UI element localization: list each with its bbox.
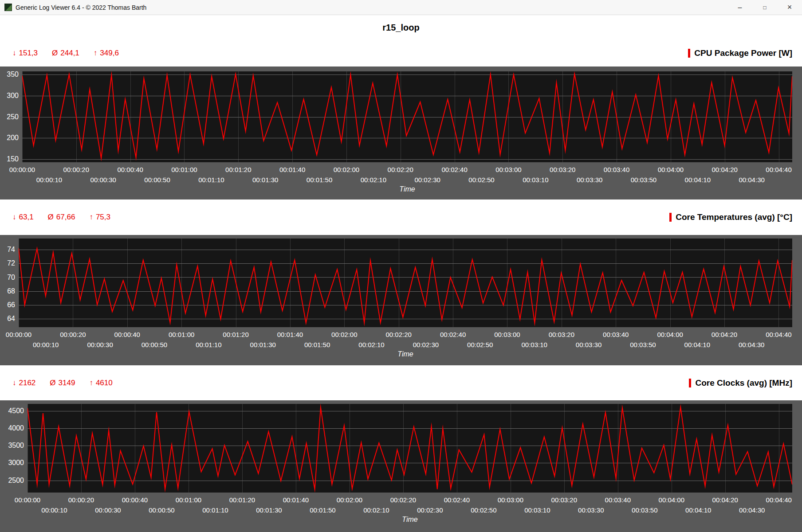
x-tick-label: 00:00:30 xyxy=(90,176,116,184)
minimize-button[interactable]: – xyxy=(727,0,752,15)
x-tick-label: 00:03:30 xyxy=(577,176,602,184)
x-tick-label: 00:03:10 xyxy=(523,176,548,184)
x-tick-label: 00:02:40 xyxy=(441,166,467,173)
x-tick-label: 00:02:20 xyxy=(388,166,413,173)
stat-avg-value: 3149 xyxy=(59,379,75,387)
plot-canvas xyxy=(19,239,792,327)
stat-min: ↓ 151,3 xyxy=(12,49,38,58)
x-tick-label: 00:03:10 xyxy=(524,506,550,514)
x-tick-label: 00:00:50 xyxy=(142,341,167,348)
x-tick-label: 00:03:20 xyxy=(551,496,577,504)
x-tick-label: 00:01:50 xyxy=(304,341,330,348)
x-tick-label: 00:00:20 xyxy=(68,496,94,504)
x-tick-label: 00:01:50 xyxy=(307,176,332,184)
min-arrow-icon: ↓ xyxy=(12,213,16,222)
stats-row-clocks: ↓ 2162 Ø 3149 ↑ 4610 Core Clocks (avg) [… xyxy=(0,365,802,400)
x-tick-label: 00:02:30 xyxy=(414,176,440,184)
x-tick-label: 00:00:30 xyxy=(95,506,121,514)
x-tick-label: 00:03:50 xyxy=(632,506,657,514)
page-title: r15_loop xyxy=(382,23,419,33)
stat-max-value: 75,3 xyxy=(96,213,110,222)
stat-avg: Ø 67,66 xyxy=(48,213,75,222)
stat-max: ↑ 4610 xyxy=(89,379,112,387)
x-tick-label: 00:01:30 xyxy=(256,506,282,514)
x-tick-label: 00:01:50 xyxy=(310,506,335,514)
x-tick-label: 00:01:40 xyxy=(277,331,303,338)
stat-avg: Ø 244,1 xyxy=(52,49,79,58)
titlebar-left: Generic Log Viewer 6.4 - © 2022 Thomas B… xyxy=(0,4,146,11)
legend-color-bar xyxy=(669,213,672,222)
x-tick-label: 00:00:00 xyxy=(6,331,31,338)
plot-canvas xyxy=(28,404,792,493)
x-tick-label: 00:03:40 xyxy=(604,166,629,173)
window-title: Generic Log Viewer 6.4 - © 2022 Thomas B… xyxy=(16,4,146,11)
chart-panel-temps: 74727068666400:00:0000:00:2000:00:4000:0… xyxy=(0,235,802,365)
stat-max: ↑ 349,6 xyxy=(94,49,119,58)
x-tick-label: 00:04:30 xyxy=(739,176,764,184)
x-tick-label: 00:01:10 xyxy=(202,506,228,514)
x-tick-label: 00:00:20 xyxy=(63,166,89,173)
stat-avg-value: 244,1 xyxy=(60,49,79,58)
y-tick-label: 350 xyxy=(0,70,19,78)
y-tick-label: 300 xyxy=(0,92,19,100)
x-tick-label: 00:04:20 xyxy=(712,496,738,504)
x-tick-label: 00:03:30 xyxy=(576,341,602,348)
x-tick-label: 00:01:20 xyxy=(225,166,251,173)
x-tick-label: 00:03:20 xyxy=(549,331,574,338)
x-tick-label: 00:01:00 xyxy=(169,331,194,338)
x-tick-label: 00:04:40 xyxy=(766,331,791,338)
avg-icon: Ø xyxy=(52,49,58,58)
x-tick-label: 00:04:10 xyxy=(684,341,710,348)
x-tick-label: 00:04:40 xyxy=(766,166,791,173)
avg-icon: Ø xyxy=(50,379,55,387)
x-tick-label: 00:02:30 xyxy=(417,506,443,514)
x-tick-label: 00:02:40 xyxy=(444,496,470,504)
y-tick-label: 3500 xyxy=(0,442,24,450)
chart-stats: ↓ 151,3 Ø 244,1 ↑ 349,6 xyxy=(12,49,119,58)
x-tick-label: 00:03:00 xyxy=(495,166,521,173)
y-tick-label: 74 xyxy=(0,246,15,254)
stats-row-temps: ↓ 63,1 Ø 67,66 ↑ 75,3 Core Temperatures … xyxy=(0,200,802,235)
x-tick-label: 00:02:50 xyxy=(467,341,493,348)
stat-avg-value: 67,66 xyxy=(56,213,75,222)
stat-min-value: 2162 xyxy=(19,379,36,387)
y-tick-label: 2500 xyxy=(0,477,24,485)
legend-color-bar xyxy=(688,49,690,58)
x-tick-label: 00:04:00 xyxy=(658,166,684,173)
x-tick-label: 00:01:10 xyxy=(196,341,221,348)
maximize-button[interactable]: □ xyxy=(752,0,777,15)
max-arrow-icon: ↑ xyxy=(89,213,93,222)
stat-min: ↓ 2162 xyxy=(12,379,35,387)
stat-min-value: 151,3 xyxy=(19,49,38,58)
x-tick-label: 00:02:30 xyxy=(413,341,439,348)
x-tick-label: 00:00:10 xyxy=(36,176,62,184)
x-tick-label: 00:04:00 xyxy=(659,496,684,504)
chart-legend: Core Clocks (avg) [MHz] xyxy=(689,378,792,388)
x-tick-label: 00:04:30 xyxy=(739,506,765,514)
y-tick-label: 64 xyxy=(0,315,15,323)
x-tick-label: 00:01:20 xyxy=(223,331,248,338)
x-tick-label: 00:02:10 xyxy=(361,176,386,184)
y-tick-label: 4500 xyxy=(0,407,24,415)
y-tick-label: 66 xyxy=(0,301,15,309)
min-arrow-icon: ↓ xyxy=(12,379,16,387)
plot-canvas xyxy=(22,71,792,162)
x-tick-label: 00:04:10 xyxy=(685,176,711,184)
legend-label: CPU Package Power [W] xyxy=(694,48,792,58)
stat-max-value: 4610 xyxy=(96,379,113,387)
titlebar: Generic Log Viewer 6.4 - © 2022 Thomas B… xyxy=(0,0,802,15)
x-tick-label: 00:00:20 xyxy=(60,331,86,338)
stats-row-power: ↓ 151,3 Ø 244,1 ↑ 349,6 CPU Package Powe… xyxy=(0,40,802,66)
y-tick-label: 68 xyxy=(0,287,15,295)
x-tick-label: 00:00:50 xyxy=(144,176,170,184)
app-icon xyxy=(4,4,12,11)
x-tick-label: 00:02:50 xyxy=(471,506,496,514)
x-tick-label: 00:00:40 xyxy=(117,166,143,173)
chart-stats: ↓ 63,1 Ø 67,66 ↑ 75,3 xyxy=(12,213,110,222)
y-tick-label: 70 xyxy=(0,274,15,282)
close-button[interactable]: × xyxy=(777,0,802,15)
max-arrow-icon: ↑ xyxy=(89,379,93,387)
legend-color-bar xyxy=(689,379,691,387)
chart-legend: Core Temperatures (avg) [°C] xyxy=(669,212,792,222)
x-tick-label: 00:04:20 xyxy=(712,166,738,173)
